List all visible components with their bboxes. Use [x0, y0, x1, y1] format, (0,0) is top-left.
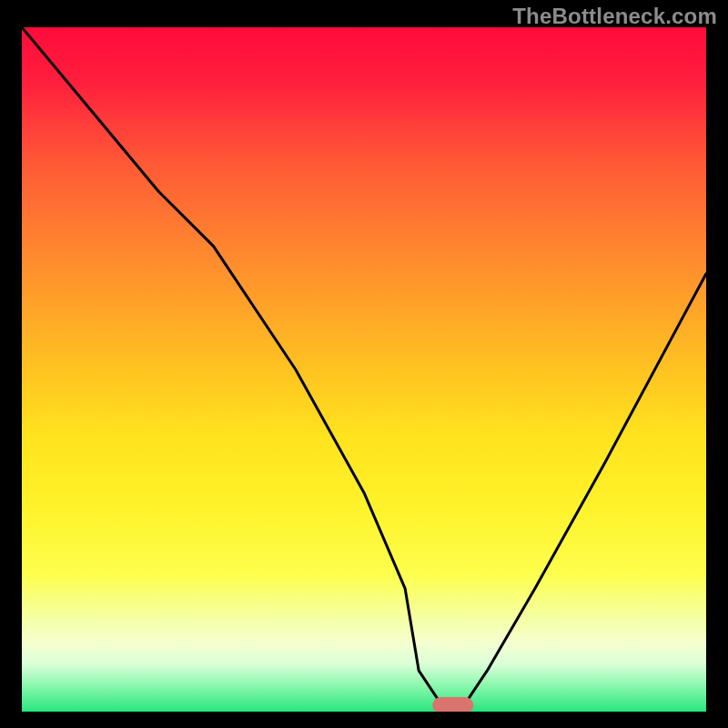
target-marker	[432, 697, 473, 712]
chart-frame: TheBottleneck.com	[0, 0, 728, 728]
gradient-background	[22, 27, 706, 712]
bottleneck-chart	[22, 27, 706, 712]
watermark-text: TheBottleneck.com	[512, 4, 717, 29]
